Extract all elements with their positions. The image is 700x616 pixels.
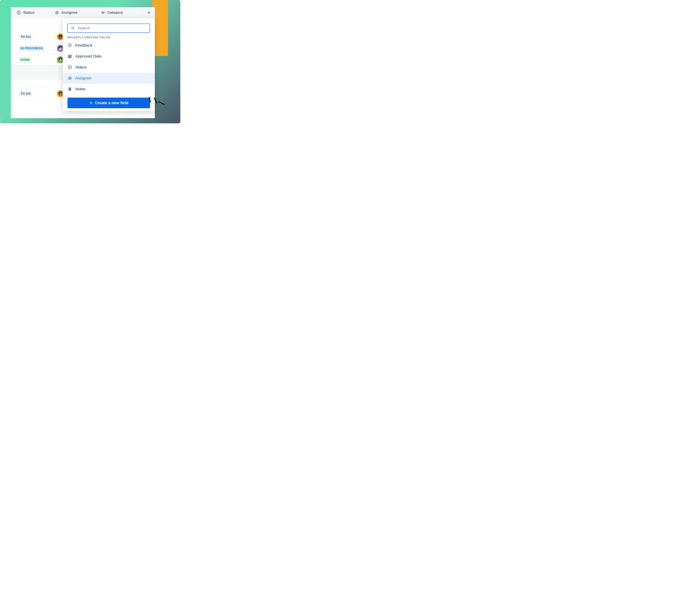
calendar-icon <box>67 54 72 59</box>
svg-point-18 <box>70 57 70 58</box>
chat-icon <box>67 43 72 48</box>
svg-point-7 <box>72 27 74 29</box>
plus-icon <box>89 101 93 105</box>
plus-icon <box>147 11 151 15</box>
arrow-circle-icon <box>67 65 72 70</box>
status-badge: DONE <box>19 57 32 62</box>
column-header-label: Status <box>23 10 34 15</box>
add-column-button[interactable] <box>143 7 155 18</box>
field-option-assignee[interactable]: Assignee <box>63 73 155 84</box>
at-icon <box>55 11 59 15</box>
field-option-label: Approved Date <box>75 54 101 59</box>
svg-point-15 <box>70 56 70 57</box>
column-header-label: Assignee <box>61 10 77 15</box>
cell-status[interactable]: TO DO <box>14 88 54 99</box>
cell-status[interactable]: TO DO <box>14 31 54 42</box>
column-header-label: Category <box>107 10 123 15</box>
create-new-field-button[interactable]: Create a new field <box>67 98 150 108</box>
search-field[interactable] <box>67 24 150 33</box>
svg-line-8 <box>74 29 74 29</box>
column-headers: Status Assignee Category <box>11 7 155 18</box>
note-icon <box>67 87 72 91</box>
arrow-circle-icon <box>16 10 21 15</box>
field-option-label: Assignee <box>75 76 91 80</box>
column-header-status[interactable]: Status <box>11 7 51 18</box>
field-option-status[interactable]: Status <box>63 62 155 73</box>
field-option-label: Status <box>75 65 86 70</box>
svg-point-17 <box>69 57 70 58</box>
search-icon <box>71 26 75 30</box>
status-badge: IN PROGRESS <box>19 46 45 51</box>
field-option-approved-date[interactable]: Approved Date <box>63 51 155 62</box>
lines-icon <box>101 11 105 15</box>
field-option-label: Notes <box>75 87 86 91</box>
field-option-notes[interactable]: Notes <box>63 84 155 95</box>
cell-status[interactable]: DONE <box>14 54 54 65</box>
svg-point-19 <box>68 66 72 69</box>
search-input[interactable] <box>77 26 147 30</box>
section-label: RECENTLY CREATED FIELDS <box>63 36 155 40</box>
cell-status[interactable]: IN PROGRESS <box>14 42 54 54</box>
svg-point-14 <box>69 56 70 57</box>
create-button-label: Create a new field <box>95 101 128 105</box>
svg-point-0 <box>17 11 21 14</box>
at-icon <box>67 76 72 80</box>
svg-point-16 <box>71 56 71 57</box>
field-option-feedback[interactable]: Feedback <box>63 40 155 51</box>
column-header-category[interactable]: Category <box>98 7 143 18</box>
status-badge: TO DO <box>19 34 32 39</box>
column-header-assignee[interactable]: Assignee <box>51 7 98 18</box>
add-field-dropdown: RECENTLY CREATED FIELDS Feedback Approve… <box>63 18 155 111</box>
status-badge: TO DO <box>19 91 32 96</box>
field-option-label: Feedback <box>75 43 92 48</box>
